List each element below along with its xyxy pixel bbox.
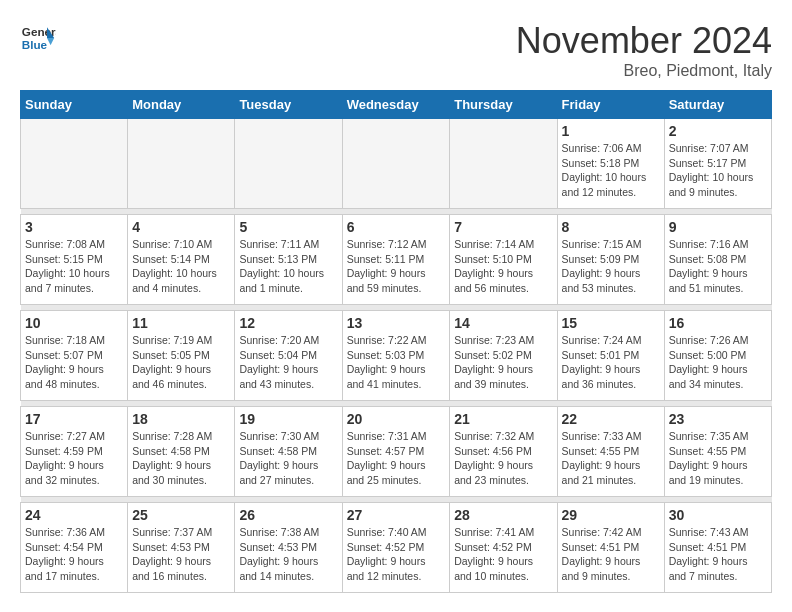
table-row: 10Sunrise: 7:18 AMSunset: 5:07 PMDayligh… bbox=[21, 311, 128, 401]
header-wednesday: Wednesday bbox=[342, 91, 450, 119]
day-info: Sunrise: 7:19 AMSunset: 5:05 PMDaylight:… bbox=[132, 333, 230, 392]
day-number: 25 bbox=[132, 507, 230, 523]
day-number: 20 bbox=[347, 411, 446, 427]
calendar-week-row: 1Sunrise: 7:06 AMSunset: 5:18 PMDaylight… bbox=[21, 119, 772, 209]
table-row: 7Sunrise: 7:14 AMSunset: 5:10 PMDaylight… bbox=[450, 215, 557, 305]
day-info: Sunrise: 7:14 AMSunset: 5:10 PMDaylight:… bbox=[454, 237, 552, 296]
day-number: 27 bbox=[347, 507, 446, 523]
day-number: 29 bbox=[562, 507, 660, 523]
table-row bbox=[450, 119, 557, 209]
day-number: 5 bbox=[239, 219, 337, 235]
day-number: 2 bbox=[669, 123, 767, 139]
calendar-header-row: Sunday Monday Tuesday Wednesday Thursday… bbox=[21, 91, 772, 119]
svg-text:Blue: Blue bbox=[22, 38, 48, 51]
day-info: Sunrise: 7:23 AMSunset: 5:02 PMDaylight:… bbox=[454, 333, 552, 392]
table-row: 5Sunrise: 7:11 AMSunset: 5:13 PMDaylight… bbox=[235, 215, 342, 305]
day-info: Sunrise: 7:36 AMSunset: 4:54 PMDaylight:… bbox=[25, 525, 123, 584]
title-area: November 2024 Breo, Piedmont, Italy bbox=[516, 20, 772, 80]
table-row: 20Sunrise: 7:31 AMSunset: 4:57 PMDayligh… bbox=[342, 407, 450, 497]
day-number: 10 bbox=[25, 315, 123, 331]
table-row: 30Sunrise: 7:43 AMSunset: 4:51 PMDayligh… bbox=[664, 503, 771, 593]
table-row: 8Sunrise: 7:15 AMSunset: 5:09 PMDaylight… bbox=[557, 215, 664, 305]
table-row bbox=[21, 119, 128, 209]
day-number: 6 bbox=[347, 219, 446, 235]
calendar-week-row: 10Sunrise: 7:18 AMSunset: 5:07 PMDayligh… bbox=[21, 311, 772, 401]
calendar-week-row: 3Sunrise: 7:08 AMSunset: 5:15 PMDaylight… bbox=[21, 215, 772, 305]
day-info: Sunrise: 7:31 AMSunset: 4:57 PMDaylight:… bbox=[347, 429, 446, 488]
table-row: 15Sunrise: 7:24 AMSunset: 5:01 PMDayligh… bbox=[557, 311, 664, 401]
header-saturday: Saturday bbox=[664, 91, 771, 119]
day-info: Sunrise: 7:11 AMSunset: 5:13 PMDaylight:… bbox=[239, 237, 337, 296]
day-number: 19 bbox=[239, 411, 337, 427]
day-number: 11 bbox=[132, 315, 230, 331]
logo-icon: General Blue bbox=[20, 20, 56, 56]
table-row: 2Sunrise: 7:07 AMSunset: 5:17 PMDaylight… bbox=[664, 119, 771, 209]
table-row: 3Sunrise: 7:08 AMSunset: 5:15 PMDaylight… bbox=[21, 215, 128, 305]
day-number: 7 bbox=[454, 219, 552, 235]
day-info: Sunrise: 7:32 AMSunset: 4:56 PMDaylight:… bbox=[454, 429, 552, 488]
table-row: 24Sunrise: 7:36 AMSunset: 4:54 PMDayligh… bbox=[21, 503, 128, 593]
day-number: 24 bbox=[25, 507, 123, 523]
day-number: 14 bbox=[454, 315, 552, 331]
header-tuesday: Tuesday bbox=[235, 91, 342, 119]
table-row: 14Sunrise: 7:23 AMSunset: 5:02 PMDayligh… bbox=[450, 311, 557, 401]
day-info: Sunrise: 7:07 AMSunset: 5:17 PMDaylight:… bbox=[669, 141, 767, 200]
table-row: 12Sunrise: 7:20 AMSunset: 5:04 PMDayligh… bbox=[235, 311, 342, 401]
day-number: 4 bbox=[132, 219, 230, 235]
table-row: 9Sunrise: 7:16 AMSunset: 5:08 PMDaylight… bbox=[664, 215, 771, 305]
logo: General Blue bbox=[20, 20, 56, 56]
day-info: Sunrise: 7:28 AMSunset: 4:58 PMDaylight:… bbox=[132, 429, 230, 488]
day-number: 16 bbox=[669, 315, 767, 331]
table-row: 28Sunrise: 7:41 AMSunset: 4:52 PMDayligh… bbox=[450, 503, 557, 593]
table-row: 18Sunrise: 7:28 AMSunset: 4:58 PMDayligh… bbox=[128, 407, 235, 497]
table-row bbox=[235, 119, 342, 209]
day-info: Sunrise: 7:08 AMSunset: 5:15 PMDaylight:… bbox=[25, 237, 123, 296]
header-sunday: Sunday bbox=[21, 91, 128, 119]
day-info: Sunrise: 7:20 AMSunset: 5:04 PMDaylight:… bbox=[239, 333, 337, 392]
day-number: 30 bbox=[669, 507, 767, 523]
day-info: Sunrise: 7:18 AMSunset: 5:07 PMDaylight:… bbox=[25, 333, 123, 392]
table-row: 23Sunrise: 7:35 AMSunset: 4:55 PMDayligh… bbox=[664, 407, 771, 497]
day-number: 12 bbox=[239, 315, 337, 331]
table-row: 16Sunrise: 7:26 AMSunset: 5:00 PMDayligh… bbox=[664, 311, 771, 401]
table-row: 13Sunrise: 7:22 AMSunset: 5:03 PMDayligh… bbox=[342, 311, 450, 401]
table-row: 6Sunrise: 7:12 AMSunset: 5:11 PMDaylight… bbox=[342, 215, 450, 305]
table-row: 11Sunrise: 7:19 AMSunset: 5:05 PMDayligh… bbox=[128, 311, 235, 401]
day-info: Sunrise: 7:37 AMSunset: 4:53 PMDaylight:… bbox=[132, 525, 230, 584]
day-number: 1 bbox=[562, 123, 660, 139]
day-number: 13 bbox=[347, 315, 446, 331]
table-row: 26Sunrise: 7:38 AMSunset: 4:53 PMDayligh… bbox=[235, 503, 342, 593]
day-info: Sunrise: 7:38 AMSunset: 4:53 PMDaylight:… bbox=[239, 525, 337, 584]
day-number: 15 bbox=[562, 315, 660, 331]
day-number: 9 bbox=[669, 219, 767, 235]
day-number: 22 bbox=[562, 411, 660, 427]
day-info: Sunrise: 7:16 AMSunset: 5:08 PMDaylight:… bbox=[669, 237, 767, 296]
day-info: Sunrise: 7:24 AMSunset: 5:01 PMDaylight:… bbox=[562, 333, 660, 392]
day-info: Sunrise: 7:43 AMSunset: 4:51 PMDaylight:… bbox=[669, 525, 767, 584]
day-info: Sunrise: 7:42 AMSunset: 4:51 PMDaylight:… bbox=[562, 525, 660, 584]
calendar: Sunday Monday Tuesday Wednesday Thursday… bbox=[20, 90, 772, 593]
day-number: 26 bbox=[239, 507, 337, 523]
table-row: 27Sunrise: 7:40 AMSunset: 4:52 PMDayligh… bbox=[342, 503, 450, 593]
table-row: 4Sunrise: 7:10 AMSunset: 5:14 PMDaylight… bbox=[128, 215, 235, 305]
table-row: 21Sunrise: 7:32 AMSunset: 4:56 PMDayligh… bbox=[450, 407, 557, 497]
table-row: 22Sunrise: 7:33 AMSunset: 4:55 PMDayligh… bbox=[557, 407, 664, 497]
day-number: 18 bbox=[132, 411, 230, 427]
day-info: Sunrise: 7:06 AMSunset: 5:18 PMDaylight:… bbox=[562, 141, 660, 200]
header: General Blue November 2024 Breo, Piedmon… bbox=[20, 20, 772, 80]
day-number: 17 bbox=[25, 411, 123, 427]
day-info: Sunrise: 7:10 AMSunset: 5:14 PMDaylight:… bbox=[132, 237, 230, 296]
header-friday: Friday bbox=[557, 91, 664, 119]
day-info: Sunrise: 7:33 AMSunset: 4:55 PMDaylight:… bbox=[562, 429, 660, 488]
day-info: Sunrise: 7:35 AMSunset: 4:55 PMDaylight:… bbox=[669, 429, 767, 488]
day-number: 23 bbox=[669, 411, 767, 427]
month-title: November 2024 bbox=[516, 20, 772, 62]
table-row: 17Sunrise: 7:27 AMSunset: 4:59 PMDayligh… bbox=[21, 407, 128, 497]
table-row: 25Sunrise: 7:37 AMSunset: 4:53 PMDayligh… bbox=[128, 503, 235, 593]
svg-marker-3 bbox=[47, 38, 54, 45]
day-info: Sunrise: 7:27 AMSunset: 4:59 PMDaylight:… bbox=[25, 429, 123, 488]
day-info: Sunrise: 7:41 AMSunset: 4:52 PMDaylight:… bbox=[454, 525, 552, 584]
header-monday: Monday bbox=[128, 91, 235, 119]
day-info: Sunrise: 7:15 AMSunset: 5:09 PMDaylight:… bbox=[562, 237, 660, 296]
table-row: 29Sunrise: 7:42 AMSunset: 4:51 PMDayligh… bbox=[557, 503, 664, 593]
